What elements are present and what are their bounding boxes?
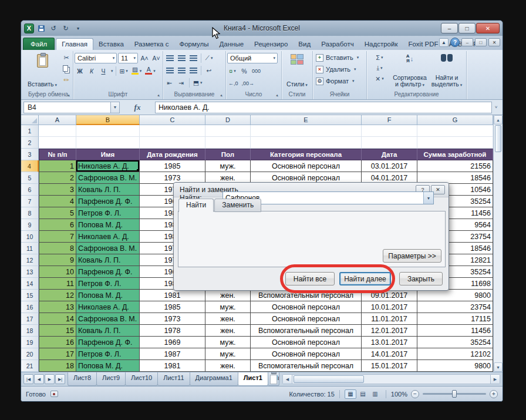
cell-B16[interactable]: Николаев А. Д.	[76, 301, 140, 313]
cell-D4[interactable]: муж.	[205, 160, 251, 172]
cell-A5[interactable]: 2	[39, 172, 76, 184]
font-size-select[interactable]: 11▾	[118, 53, 138, 63]
row-header-5[interactable]: 5	[21, 172, 39, 184]
column-header-F[interactable]: F	[362, 115, 417, 125]
cell-E20[interactable]: Основной персонал	[251, 348, 362, 360]
cell-A10[interactable]: 7	[39, 231, 76, 243]
cell-C2[interactable]	[140, 137, 205, 149]
previous-sheet-button[interactable]: ◀	[34, 374, 44, 384]
macro-record-icon[interactable]	[50, 391, 58, 397]
tab-find[interactable]: Найти	[178, 199, 214, 212]
cell-C16[interactable]: 1985	[140, 301, 205, 313]
font-color-button[interactable]: А▾	[144, 66, 157, 76]
cell-B6[interactable]: Коваль Л. П.	[76, 184, 140, 196]
cell-B20[interactable]: Петров Ф. Л.	[76, 348, 140, 360]
row-header-3[interactable]: 3	[21, 149, 39, 160]
cell-D1[interactable]	[205, 125, 251, 137]
cell-C17[interactable]: 1973	[140, 313, 205, 325]
row-header-18[interactable]: 18	[21, 325, 39, 337]
column-header-D[interactable]: D	[205, 115, 251, 125]
row-header-16[interactable]: 16	[21, 301, 39, 313]
cell-F16[interactable]: 10.01.2017	[362, 301, 417, 313]
cell-E19[interactable]: Основной персонал	[251, 337, 362, 348]
fill-color-button[interactable]: ▨▾	[130, 66, 143, 76]
cell-D21[interactable]: жен.	[205, 360, 251, 372]
cell-A19[interactable]: 16	[39, 337, 76, 348]
row-header-1[interactable]: 1	[21, 125, 39, 137]
cell-F18[interactable]: 12.01.2017	[362, 325, 417, 337]
cell-D19[interactable]: муж.	[205, 337, 251, 348]
cell-B19[interactable]: Парфенов Д. Ф.	[76, 337, 140, 348]
copy-button[interactable]	[61, 64, 72, 74]
cell-A7[interactable]: 4	[39, 196, 76, 207]
cell-G15[interactable]: 9800	[417, 290, 493, 301]
undo-button[interactable]: ↺	[48, 23, 59, 33]
cell-A2[interactable]	[39, 137, 76, 149]
paste-button[interactable]: Вставить▾	[25, 52, 60, 90]
dialog-close-action-button[interactable]: Закрыть	[399, 272, 443, 285]
increase-indent-button[interactable]: ⇥	[176, 78, 187, 88]
next-sheet-button[interactable]: ▶	[45, 374, 55, 384]
cell-D20[interactable]: муж.	[205, 348, 251, 360]
first-sheet-button[interactable]: |◀	[23, 374, 33, 384]
row-header-13[interactable]: 13	[21, 266, 39, 278]
qat-customize-button[interactable]: ▾	[73, 23, 83, 33]
cell-G16[interactable]: 23754	[417, 301, 493, 313]
cell-A11[interactable]: 8	[39, 243, 76, 254]
cell-C4[interactable]: 1985	[140, 160, 205, 172]
scroll-up-arrow[interactable]: ▲	[494, 115, 503, 125]
cell-D2[interactable]	[205, 137, 251, 149]
align-right-button[interactable]	[188, 65, 198, 75]
cell-D15[interactable]: жен.	[205, 290, 251, 301]
cell-E2[interactable]	[251, 137, 362, 149]
help-icon[interactable]: ?	[450, 38, 460, 47]
cell-A21[interactable]: 18	[39, 360, 76, 372]
scroll-down-arrow[interactable]: ▼	[494, 362, 503, 372]
workbook-restore-button[interactable]: □	[475, 38, 487, 46]
cell-A8[interactable]: 5	[39, 207, 76, 219]
column-header-E[interactable]: E	[251, 115, 362, 125]
styles-button[interactable]: Стили▾	[284, 52, 311, 90]
page-break-view-button[interactable]: ▥	[369, 389, 381, 399]
last-sheet-button[interactable]: ▶|	[55, 374, 65, 384]
number-format-select[interactable]: Общий▾	[227, 53, 278, 63]
ribbon-tab-Foxit PDF[interactable]: Foxit PDF	[403, 39, 443, 50]
column-header-G[interactable]: G	[417, 115, 493, 125]
increase-decimal-button[interactable]: ←,0	[227, 78, 240, 88]
format-painter-button[interactable]: ✏	[61, 75, 72, 85]
cell-A16[interactable]: 13	[39, 301, 76, 313]
cell-D17[interactable]: жен.	[205, 313, 251, 325]
ribbon-tab-Надстройк[interactable]: Надстройк	[359, 39, 403, 50]
cell-B5[interactable]: Сафронова В. М.	[76, 172, 140, 184]
cell-B1[interactable]	[76, 125, 140, 137]
row-header-2[interactable]: 2	[21, 137, 39, 149]
sheet-tab-Лис[interactable]: Лис	[268, 372, 279, 386]
cell-B8[interactable]: Петров Ф. Л.	[76, 207, 140, 219]
ribbon-tab-Формулы[interactable]: Формулы	[174, 39, 214, 50]
options-button[interactable]: Параметры >>	[383, 249, 441, 263]
cut-button[interactable]: ✂	[61, 53, 72, 63]
sheet-tab-Лист9[interactable]: Лист9	[96, 372, 126, 386]
sheet-tab-Лист8[interactable]: Лист8	[68, 372, 97, 386]
cell-E15[interactable]: Вспомогательный персонал	[251, 290, 362, 301]
row-header-15[interactable]: 15	[21, 290, 39, 301]
cell-C21[interactable]: 1981	[140, 360, 205, 372]
scroll-left-arrow[interactable]: ◀	[283, 375, 292, 384]
align-top-button[interactable]	[164, 53, 175, 63]
cell-A20[interactable]: 17	[39, 348, 76, 360]
sheet-tab-Лист10[interactable]: Лист10	[125, 372, 158, 386]
sheet-tab-Лист1[interactable]: Лист1	[238, 372, 268, 386]
zoom-slider[interactable]	[423, 393, 486, 395]
cell-C1[interactable]	[140, 125, 205, 137]
cell-A15[interactable]: 12	[39, 290, 76, 301]
row-header-12[interactable]: 12	[21, 254, 39, 266]
borders-button[interactable]: ⊞▾	[119, 66, 129, 76]
sort-filter-button[interactable]: АЯ↓ Сортировка и фильтр▾	[391, 52, 429, 90]
underline-dropdown[interactable]: ▾	[111, 69, 113, 73]
italic-button[interactable]: К	[86, 66, 97, 76]
cell-G4[interactable]: 21556	[417, 160, 493, 172]
cell-D3[interactable]: Пол	[205, 149, 251, 160]
vertical-scrollbar[interactable]: ▲ ▼	[493, 115, 503, 372]
cell-A12[interactable]: 9	[39, 254, 76, 266]
format-cells-button[interactable]: ⚙Формат▾	[314, 75, 365, 87]
